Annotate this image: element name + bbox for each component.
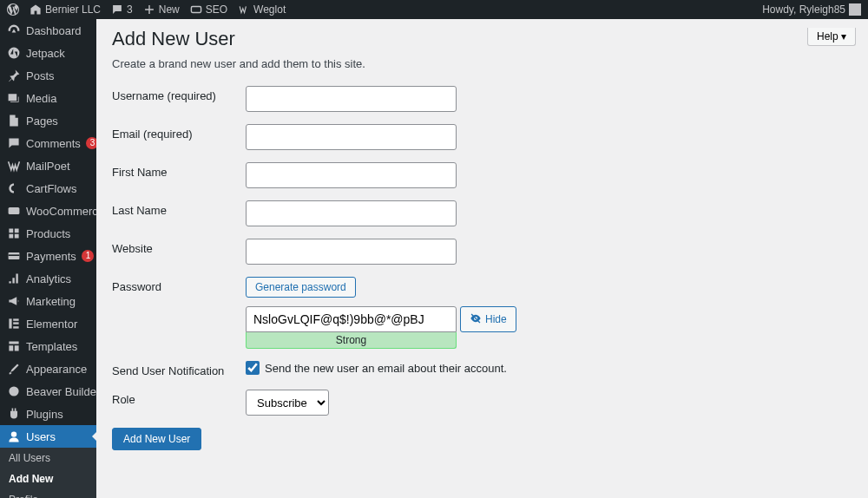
sidebar-item-users[interactable]: Users [0,425,96,448]
lastname-input[interactable] [246,200,457,226]
role-select[interactable]: Subscriber [246,390,329,416]
password-strength: Strong [246,332,457,349]
comment-icon [111,3,123,16]
svg-rect-8 [13,326,18,328]
page-description: Create a brand new user and add them to … [112,57,852,70]
brush-icon [7,362,21,376]
password-input[interactable] [246,306,457,332]
site-name: Bernier LLC [45,3,101,16]
website-input[interactable] [246,239,457,265]
svg-rect-7 [13,322,18,324]
comments-count: 3 [127,3,133,16]
comments-link[interactable]: 3 [111,3,133,16]
eye-off-icon [470,312,482,327]
sidebar-item-pages[interactable]: Pages [0,109,96,132]
sidebar-item-label: Appearance [26,363,87,376]
jetpack-icon [7,46,21,60]
sidebar-item-appearance[interactable]: Appearance [0,357,96,380]
sidebar-item-label: WooCommerce [26,205,96,218]
comment-icon [7,136,21,150]
weglot-link[interactable]: Weglot [238,3,286,16]
elementor-icon [7,317,21,331]
site-link[interactable]: Bernier LLC [30,3,101,16]
cartflows-icon [7,181,21,195]
sidebar-item-mailpoet[interactable]: MailPoet [0,154,96,177]
svg-rect-4 [9,254,20,256]
weglot-icon [238,3,250,16]
sidebar-item-products[interactable]: Products [0,222,96,245]
sidebar-item-templates[interactable]: Templates [0,335,96,357]
help-button[interactable]: Help ▾ [807,28,856,46]
sidebar-item-cartflows[interactable]: CartFlows [0,177,96,200]
role-label: Role [112,390,246,406]
sidebar-item-label: Products [26,227,70,240]
sidebar-item-marketing[interactable]: Marketing [0,290,96,312]
help-label: Help [817,30,838,43]
notification-label: Send User Notification [112,361,246,377]
generate-password-button[interactable]: Generate password [246,277,356,298]
hide-password-button[interactable]: Hide [460,306,516,332]
avatar [849,3,861,16]
sidebar-item-label: Analytics [26,272,71,285]
sidebar-item-label: Posts [26,69,55,82]
sidebar-sub-profile[interactable]: Profile [0,489,96,498]
sidebar-item-label: Users [26,430,56,443]
sidebar-sub-add-new[interactable]: Add New [0,469,96,489]
seo-icon [190,3,202,16]
add-new-user-button[interactable]: Add New User [112,428,201,450]
svg-rect-2 [9,207,20,214]
username-input[interactable] [246,86,457,112]
howdy-link[interactable]: Howdy, Ryleigh85 [762,3,861,16]
payments-icon [7,249,21,263]
svg-rect-5 [9,318,11,328]
notification-checkbox[interactable] [246,361,260,375]
seo-link[interactable]: SEO [190,3,227,16]
notification-checkbox-row[interactable]: Send the new user an email about their a… [246,361,852,375]
wordpress-icon [7,3,19,16]
plus-icon [143,3,155,16]
svg-point-10 [11,431,16,436]
sidebar-item-label: Pages [26,115,58,128]
sidebar-item-payments[interactable]: Payments1 [0,245,96,267]
sidebar-sub-all-users[interactable]: All Users [0,448,96,469]
website-label: Website [112,239,246,255]
page-icon [7,114,21,128]
dashboard-icon [7,23,21,37]
sidebar-item-media[interactable]: Media [0,87,96,109]
home-icon [30,3,42,16]
sidebar-item-label: Payments [26,250,76,263]
payments-badge: 1 [82,250,94,262]
sidebar-item-label: Plugins [26,408,63,421]
sidebar-item-analytics[interactable]: Analytics [0,267,96,290]
sidebar-item-comments[interactable]: Comments3 [0,132,96,154]
megaphone-icon [7,294,21,308]
sidebar-item-beaver[interactable]: Beaver Builder [0,380,96,403]
new-link[interactable]: New [143,3,180,16]
sidebar-item-woocommerce[interactable]: WooCommerce [0,200,96,222]
sidebar-item-label: Templates [26,340,77,353]
sidebar-item-label: Media [26,92,56,105]
plugin-icon [7,407,21,421]
sidebar-item-dashboard[interactable]: Dashboard [0,19,96,42]
woocommerce-icon [7,204,21,218]
pin-icon [7,69,21,82]
sidebar-item-label: Dashboard [26,24,82,37]
wp-logo[interactable] [7,3,19,16]
weglot-label: Weglot [253,3,286,16]
sidebar-item-elementor[interactable]: Elementor [0,312,96,335]
email-input[interactable] [246,124,457,150]
sidebar-item-plugins[interactable]: Plugins [0,403,96,425]
sidebar-item-label: MailPoet [26,160,70,173]
main-content: Help ▾ Add New User Create a brand new u… [96,19,868,498]
comments-badge: 3 [86,137,96,149]
page-title: Add New User [112,28,852,50]
templates-icon [7,339,21,353]
howdy-label: Howdy, Ryleigh85 [762,3,845,16]
sidebar-item-posts[interactable]: Posts [0,64,96,87]
lastname-label: Last Name [112,200,246,217]
firstname-input[interactable] [246,162,457,188]
sidebar-item-jetpack[interactable]: Jetpack [0,42,96,64]
beaver-icon [7,384,21,398]
svg-point-9 [9,386,18,396]
firstname-label: First Name [112,162,246,179]
